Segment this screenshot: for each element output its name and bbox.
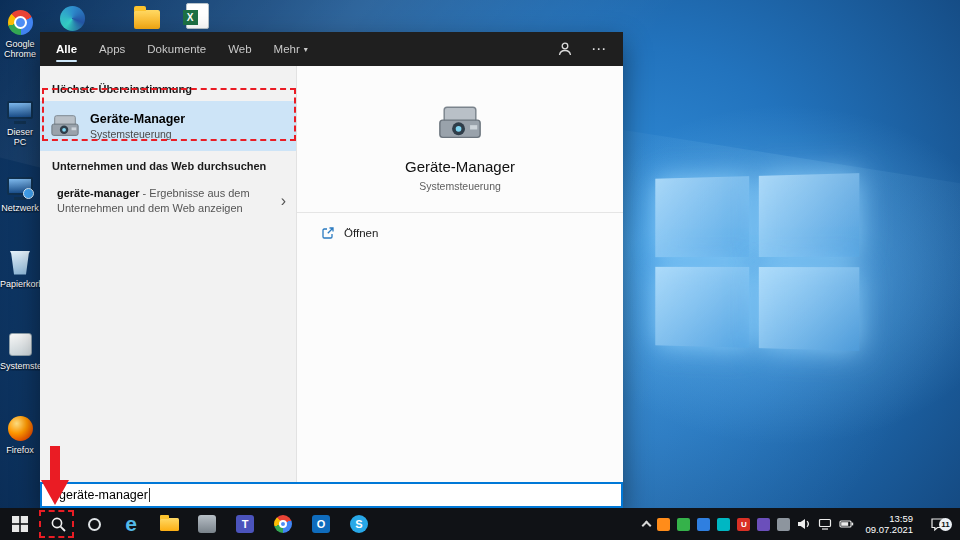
- account-icon[interactable]: [557, 41, 573, 57]
- detail-title: Geräte-Manager: [405, 158, 515, 175]
- desktop-icon-control-panel[interactable]: Systemsteuerung: [0, 330, 40, 371]
- desktop-icon-label: Systemsteuerung: [0, 361, 40, 371]
- skype-icon: S: [350, 515, 368, 533]
- result-geraete-manager[interactable]: Geräte-Manager Systemsteuerung: [40, 101, 296, 151]
- volume-button[interactable]: [797, 518, 811, 530]
- device-manager-icon: [437, 100, 483, 146]
- desktop-icon-recycle-bin[interactable]: Papierkorb: [0, 248, 40, 289]
- tab-mehr[interactable]: Mehr▾: [274, 32, 308, 66]
- desktop-screen: Google Chrome Dieser PC Netzwerk Papierk…: [0, 0, 960, 540]
- tray-icon[interactable]: [677, 518, 690, 531]
- taskbar-explorer-button[interactable]: [150, 508, 188, 540]
- control-panel-icon: [9, 333, 32, 356]
- firefox-icon: [8, 416, 33, 441]
- hidden-icons-chevron-icon[interactable]: [642, 521, 652, 531]
- desktop-icon-label: Firefox: [0, 445, 40, 455]
- chrome-icon: [8, 10, 33, 35]
- open-icon: [321, 226, 335, 240]
- system-tray: U: [635, 508, 960, 540]
- tab-apps[interactable]: Apps: [99, 32, 125, 66]
- windows-logo-wallpaper: [655, 173, 859, 351]
- tray-icon[interactable]: [757, 518, 770, 531]
- excel-icon: [186, 3, 209, 29]
- search-icon: [50, 516, 67, 533]
- result-title: Geräte-Manager: [90, 112, 185, 126]
- network-icon: [818, 518, 832, 530]
- desktop-icon-label: Google Chrome: [0, 39, 40, 59]
- taskbar-clock[interactable]: 13:59 09.07.2021: [861, 513, 917, 535]
- edge-icon: [60, 6, 85, 31]
- web-section-header: Unternehmen und das Web durchsuchen: [40, 151, 296, 178]
- taskbar-skype-button[interactable]: S: [340, 508, 378, 540]
- cortana-icon: [88, 518, 101, 531]
- desktop-icon-firefox[interactable]: Firefox: [0, 414, 40, 455]
- chrome-icon: [274, 515, 292, 533]
- clock-time: 13:59: [889, 513, 913, 524]
- search-flyout-header: Alle Apps Dokumente Web Mehr▾ ⋯: [40, 32, 623, 66]
- tab-dokumente[interactable]: Dokumente: [147, 32, 206, 66]
- search-detail-pane: Geräte-Manager Systemsteuerung Öffnen: [296, 66, 623, 482]
- desktop-icon-network[interactable]: Netzwerk: [0, 172, 40, 213]
- tray-icon[interactable]: U: [737, 518, 750, 531]
- taskbar-edge-button[interactable]: e: [112, 508, 150, 540]
- edge-icon: e: [125, 514, 137, 534]
- taskbar-app-button[interactable]: [188, 508, 226, 540]
- taskbar-outlook-button[interactable]: O: [302, 508, 340, 540]
- desktop-icon-excel[interactable]: [177, 2, 217, 30]
- outlook-icon: O: [312, 515, 330, 533]
- notification-badge: 11: [939, 518, 952, 531]
- teams-icon: T: [236, 515, 254, 533]
- action-center-button[interactable]: 11: [924, 517, 952, 532]
- computer-icon: [7, 101, 33, 119]
- best-match-header: Höchste Übereinstimmung: [40, 74, 296, 101]
- network-button[interactable]: [818, 518, 832, 530]
- desktop-icon-label: Papierkorb: [0, 279, 40, 289]
- search-flyout: Alle Apps Dokumente Web Mehr▾ ⋯ Höchste …: [40, 32, 623, 508]
- taskbar-search-button[interactable]: [40, 508, 76, 540]
- search-tabs: Alle Apps Dokumente Web Mehr▾: [56, 32, 308, 66]
- result-subtitle: Systemsteuerung: [90, 128, 185, 140]
- desktop-icon-label: Netzwerk: [0, 203, 40, 213]
- taskbar-chrome-button[interactable]: [264, 508, 302, 540]
- speaker-icon: [797, 518, 811, 530]
- tray-icon[interactable]: [657, 518, 670, 531]
- globe-icon: [23, 188, 34, 199]
- web-result-text: geräte-manager - Ergebnisse aus dem Unte…: [57, 186, 255, 216]
- clock-date: 09.07.2021: [865, 524, 913, 535]
- tray-icon[interactable]: [717, 518, 730, 531]
- search-input[interactable]: geräte-manager: [40, 482, 623, 508]
- app-icon: [198, 515, 216, 533]
- desktop-icon-edge[interactable]: [52, 4, 92, 32]
- battery-icon: [839, 519, 854, 529]
- text-caret: [149, 488, 150, 502]
- device-manager-icon: [50, 111, 80, 141]
- tab-web[interactable]: Web: [228, 32, 251, 66]
- desktop-icon-chrome[interactable]: Google Chrome: [0, 8, 40, 59]
- battery-button[interactable]: [839, 519, 854, 529]
- cortana-button[interactable]: [76, 508, 112, 540]
- chevron-down-icon: ▾: [304, 45, 308, 54]
- desktop-icon-label: Dieser PC: [0, 127, 40, 147]
- desktop-icon-folder[interactable]: [127, 5, 167, 33]
- windows-logo-icon: [12, 516, 28, 532]
- search-input-value: geräte-manager: [59, 488, 148, 502]
- desktop-icon-this-pc[interactable]: Dieser PC: [0, 96, 40, 147]
- taskbar-teams-button[interactable]: T: [226, 508, 264, 540]
- recycle-bin-icon: [10, 250, 30, 275]
- search-results-pane: Höchste Übereinstimmung Geräte-Manager S…: [40, 66, 296, 482]
- more-options-icon[interactable]: ⋯: [591, 44, 607, 54]
- file-explorer-icon: [160, 518, 179, 531]
- folder-icon: [134, 10, 160, 29]
- tray-icon[interactable]: [777, 518, 790, 531]
- tray-icon[interactable]: [697, 518, 710, 531]
- open-action[interactable]: Öffnen: [297, 213, 623, 240]
- start-button[interactable]: [0, 508, 40, 540]
- chevron-right-icon[interactable]: ›: [281, 194, 286, 208]
- detail-subtitle: Systemsteuerung: [419, 180, 501, 192]
- taskbar: e T O S U: [0, 508, 960, 540]
- tab-alle[interactable]: Alle: [56, 32, 77, 66]
- web-search-result[interactable]: geräte-manager - Ergebnisse aus dem Unte…: [40, 178, 296, 224]
